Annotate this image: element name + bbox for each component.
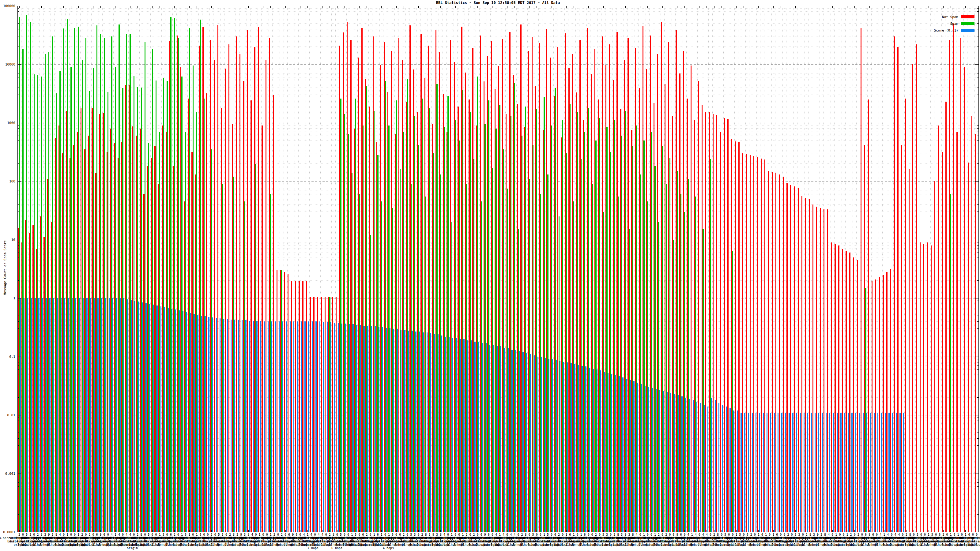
x-label-score: 1 [181, 533, 183, 536]
x-label-score: 0 [924, 533, 926, 536]
x-label-score: 0 [843, 533, 844, 536]
x-label-score: 4 [702, 533, 704, 536]
bar-score [320, 321, 320, 532]
bar-score [619, 376, 620, 532]
x-label-score: 0 [946, 533, 948, 536]
bar-spam [137, 87, 138, 532]
bar-score [301, 321, 302, 532]
bar-not-spam [88, 136, 89, 532]
bar-not-spam [513, 75, 514, 532]
bar-not-spam [409, 25, 410, 532]
bar-not-spam [498, 66, 499, 532]
bar-score [899, 413, 900, 532]
bar-spam [511, 116, 511, 532]
bar-score [645, 386, 646, 532]
bar-not-spam [506, 114, 506, 532]
bar-not-spam [813, 205, 813, 532]
x-label-score: 2 [274, 533, 275, 536]
x-label-score: 6 [747, 533, 748, 536]
bar-not-spam [306, 281, 307, 532]
bar-score [156, 305, 158, 532]
bar-spam [45, 54, 46, 532]
bar-score [730, 408, 730, 532]
x-label-score: 8 [824, 533, 826, 536]
bar-not-spam [912, 64, 913, 532]
x-label-score: 3 [222, 533, 224, 536]
x-label-score: 6 [296, 533, 298, 536]
bar-not-spam [620, 109, 621, 532]
x-label-score: 0 [610, 533, 612, 536]
bar-score [763, 413, 764, 532]
bar-score [545, 358, 546, 532]
bar-score [489, 345, 490, 532]
bar-not-spam [199, 46, 200, 532]
legend-label-not-spam: Not Spam [942, 15, 958, 19]
bar-spam [418, 145, 419, 532]
bar-not-spam [147, 166, 148, 532]
bar-score [242, 320, 243, 532]
x-label-score: 0 [517, 533, 519, 536]
x-label-score: 8 [525, 533, 527, 536]
x-label-score: 9 [624, 533, 626, 536]
x-label-score: 8 [140, 533, 142, 536]
bar-score [811, 413, 812, 532]
x-axis-labels: 2b.barracudacentral.orgall.s5h.netorigin… [0, 533, 980, 550]
bar-spam [670, 158, 670, 532]
x-label-score: 0 [783, 533, 785, 536]
bar-score [397, 329, 398, 532]
x-label-score: 0 [266, 533, 268, 536]
x-label-score: 0 [469, 533, 471, 536]
x-label-score: 2 [403, 533, 404, 536]
x-label-score: 5 [547, 533, 549, 536]
bar-not-spam [702, 105, 703, 532]
bar-not-spam [428, 46, 429, 532]
bar-score [626, 379, 627, 532]
bar-score [604, 372, 605, 532]
bar-not-spam [605, 65, 606, 532]
bar-not-spam [417, 112, 418, 532]
bar-spam [614, 120, 615, 532]
bar-score [534, 356, 535, 532]
bar-score [24, 298, 24, 532]
bar-score [123, 298, 124, 532]
bar-spam [577, 112, 578, 532]
bar-spam [104, 38, 105, 532]
x-label-score: 5 [795, 533, 797, 536]
x-label-score: 0 [370, 533, 371, 536]
x-label-score: 1 [735, 533, 737, 536]
bar-not-spam [295, 281, 296, 532]
x-label-score: 1 [67, 533, 68, 536]
bar-score [438, 334, 439, 532]
bar-not-spam [742, 153, 743, 532]
bar-not-spam [77, 132, 78, 532]
bar-spam [74, 28, 75, 532]
bar-not-spam [391, 51, 392, 532]
bar-score [659, 390, 660, 532]
bar-score [138, 302, 139, 532]
bar-not-spam [358, 57, 359, 532]
bar-spam [185, 132, 186, 532]
bar-spam [196, 112, 197, 532]
bar-spam [643, 140, 644, 532]
bar-spam [411, 184, 412, 532]
bar-score [670, 393, 671, 532]
x-label-score: 1 [765, 533, 767, 536]
bar-score [863, 413, 864, 532]
legend-swatch-not-spam-icon [961, 15, 975, 18]
bar-not-spam [81, 108, 81, 532]
x-label-score: 0 [539, 533, 541, 536]
bar-spam [474, 159, 474, 532]
bar-not-spam [672, 116, 673, 532]
x-label-score: 4 [310, 533, 312, 536]
x-label-score: 3 [813, 533, 815, 536]
bar-spam [573, 202, 574, 532]
bar-spam [355, 98, 356, 532]
x-label-score: 2 [211, 533, 213, 536]
x-label-score: 2 [806, 533, 808, 536]
bar-score [356, 325, 357, 532]
x-label-score: 4 [510, 533, 512, 536]
bar-score [161, 306, 161, 532]
bar-not-spam [450, 40, 451, 532]
bar-score [589, 368, 590, 532]
bar-score [145, 303, 146, 532]
